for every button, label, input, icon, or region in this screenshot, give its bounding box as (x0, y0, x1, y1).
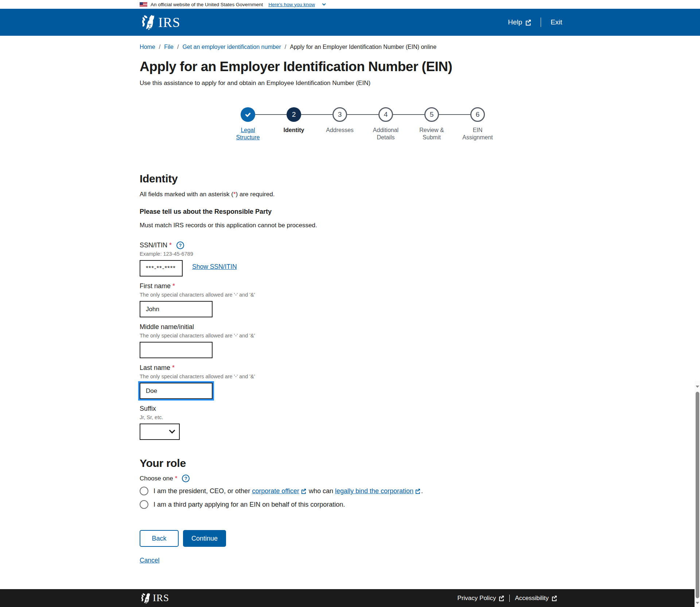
external-link-icon (498, 595, 504, 601)
step-additional-details: 4 Additional Details (363, 107, 409, 141)
last-name-label: Last name (140, 364, 170, 372)
breadcrumb-current: Apply for an Employer Identification Num… (290, 44, 436, 50)
breadcrumb-home[interactable]: Home (140, 44, 155, 50)
required-asterisk: * (172, 282, 175, 290)
suffix-select[interactable] (140, 424, 180, 440)
exit-link[interactable]: Exit (551, 18, 562, 26)
back-button[interactable]: Back (140, 530, 179, 547)
corporate-officer-link[interactable]: corporate officer (252, 487, 299, 495)
irs-eagle-emblem-icon (140, 13, 157, 31)
gov-banner: An official website of the United States… (0, 0, 700, 9)
step-ein-assignment: 6 EIN Assignment (455, 107, 501, 141)
gov-banner-text: An official website of the United States… (151, 2, 263, 7)
progress-stepper: Legal Structure 2 Identity 3 Addresses 4… (225, 107, 700, 141)
page-title: Apply for an Employer Identification Num… (140, 59, 700, 74)
privacy-policy-label: Privacy Policy (458, 595, 496, 602)
breadcrumb-file[interactable]: File (164, 44, 174, 50)
breadcrumb-get-ein[interactable]: Get an employer identification number (182, 44, 281, 50)
ssn-help-icon[interactable]: ? (176, 241, 184, 249)
required-asterisk: * (175, 475, 178, 482)
last-name-hint: The only special characters allowed are … (140, 374, 700, 379)
role-option-officer-text: I am the president, CEO, or other corpor… (153, 486, 423, 496)
step-circle: 4 (378, 107, 393, 122)
required-note-pre: All fields marked with an asterisk ( (140, 191, 233, 198)
ssn-field-group: SSN/ITIN * ? Example: 123-45-6789 Show S… (140, 241, 700, 277)
chevron-down-icon (322, 2, 326, 5)
external-link-icon (301, 488, 306, 494)
continue-button[interactable]: Continue (183, 530, 226, 547)
us-flag-icon (140, 2, 147, 7)
show-ssn-link[interactable]: Show SSN/ITIN (192, 263, 237, 271)
scrollbar-thumb[interactable] (696, 392, 699, 598)
role-option-third-party-text: I am a third party applying for an EIN o… (153, 500, 345, 509)
first-name-hint: The only special characters allowed are … (140, 292, 700, 298)
site-header: IRS Help Exit (0, 9, 700, 36)
legally-bind-link[interactable]: legally bind the corporation (335, 487, 413, 495)
step-legal-structure-link[interactable]: Legal Structure (236, 127, 260, 140)
site-footer: IRS Privacy Policy Accessibility (0, 589, 700, 607)
footer-irs-logo[interactable]: IRS (140, 592, 169, 604)
help-label: Help (508, 18, 522, 26)
irs-logo-text: IRS (158, 15, 180, 30)
step-identity: 2 Identity (271, 107, 317, 141)
step-review-submit: 5 Review & Submit (409, 107, 455, 141)
middle-name-label: Middle name/initial (140, 323, 194, 331)
step-identity-label: Identity (275, 127, 313, 134)
external-link-icon (525, 19, 531, 26)
step-addresses: 3 Addresses (317, 107, 363, 141)
last-name-input[interactable] (140, 383, 213, 399)
last-name-field-group: Last name * The only special characters … (140, 364, 700, 399)
choose-one-help-icon[interactable]: ? (182, 475, 190, 482)
step-review-submit-label: Review & Submit (413, 127, 451, 141)
step-active-circle: 2 (287, 107, 301, 122)
heres-how-you-know-link[interactable]: Here's how you know (268, 2, 315, 7)
page-subtitle: Use this assistance to apply for and obt… (140, 80, 700, 87)
scrollbar-arrow-icon[interactable] (696, 386, 699, 388)
ssn-input[interactable] (140, 260, 183, 277)
role-option-officer: I am the president, CEO, or other corpor… (140, 486, 700, 496)
suffix-field-group: Suffix Jr, Sr, etc. (140, 405, 700, 440)
checkmark-icon (244, 110, 252, 119)
scrollbar-arrow-icon[interactable] (696, 602, 699, 604)
middle-name-hint: The only special characters allowed are … (140, 333, 700, 339)
ssn-hint: Example: 123-45-6789 (140, 251, 700, 257)
header-divider (541, 18, 541, 27)
option1-pre: I am the president, CEO, or other (153, 487, 252, 495)
first-name-field-group: First name * The only special characters… (140, 282, 700, 317)
step-legal-structure: Legal Structure (225, 107, 271, 141)
responsible-party-note: Must match IRS records or this applicati… (140, 222, 700, 229)
irs-eagle-emblem-icon (140, 592, 152, 604)
option1-mid: who can (307, 487, 335, 495)
role-option-third-party: I am a third party applying for an EIN o… (140, 500, 700, 509)
middle-name-field-group: Middle name/initial The only special cha… (140, 323, 700, 358)
suffix-hint: Jr, Sr, etc. (140, 414, 700, 420)
radio-button-third-party[interactable] (140, 500, 148, 509)
step-circle: 6 (470, 107, 485, 122)
choose-one-row: Choose one * ? (140, 475, 700, 482)
required-asterisk: * (169, 241, 172, 249)
cancel-link[interactable]: Cancel (140, 557, 159, 564)
first-name-label: First name (140, 282, 171, 290)
external-link-icon (551, 595, 557, 601)
accessibility-label: Accessibility (515, 595, 549, 602)
required-note-post: ) are required. (236, 191, 275, 198)
first-name-input[interactable] (140, 301, 213, 317)
external-link-icon (415, 488, 420, 494)
required-note: All fields marked with an asterisk (*) a… (140, 191, 700, 198)
breadcrumb: Home / File / Get an employer identifica… (140, 36, 700, 50)
ssn-label: SSN/ITIN (140, 241, 167, 249)
step-additional-details-label: Additional Details (367, 127, 405, 141)
footer-irs-logo-text: IRS (153, 592, 169, 604)
step-circle: 5 (424, 107, 439, 122)
irs-logo[interactable]: IRS (140, 13, 180, 31)
middle-name-input[interactable] (140, 342, 213, 358)
choose-one-label: Choose one (140, 475, 173, 482)
breadcrumb-separator: / (159, 44, 160, 50)
step-circle: 3 (332, 107, 347, 122)
step-complete-circle (241, 107, 255, 122)
accessibility-link[interactable]: Accessibility (515, 595, 557, 602)
privacy-policy-link[interactable]: Privacy Policy (458, 595, 505, 602)
help-link[interactable]: Help (508, 18, 531, 26)
radio-button-officer[interactable] (140, 487, 148, 495)
identity-heading: Identity (140, 173, 700, 185)
